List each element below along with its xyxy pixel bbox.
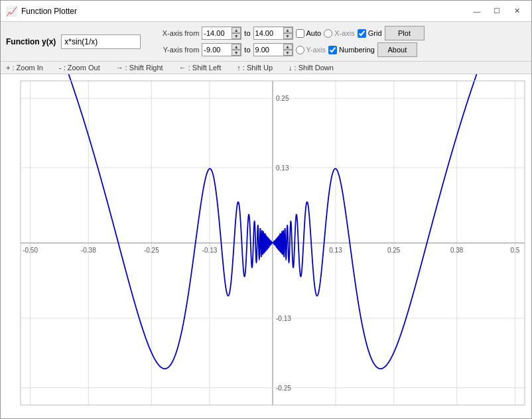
yaxis-to-label: to: [244, 46, 250, 54]
minimize-button[interactable]: —: [468, 4, 486, 19]
svg-text:0.13: 0.13: [276, 164, 289, 172]
svg-text:0.25: 0.25: [387, 247, 401, 254]
about-button[interactable]: About: [377, 42, 417, 57]
grid-label: Grid: [368, 29, 382, 37]
xaxis-from-arrows: ▲ ▼: [232, 27, 241, 39]
auto-checkbox[interactable]: [296, 29, 304, 38]
shortcut-shift-right: → : Shift Right: [116, 64, 163, 72]
xaxis-from-up[interactable]: ▲: [232, 27, 241, 33]
app-icon: 📈: [6, 6, 17, 17]
xaxis-row: X-axis from ▲ ▼ to ▲ ▼: [151, 26, 424, 40]
yaxis-radio-text: Y-axis: [306, 46, 326, 54]
yaxis-to-spinbox[interactable]: ▲ ▼: [253, 43, 293, 56]
auto-label: Auto: [306, 29, 322, 37]
close-button[interactable]: ✕: [507, 4, 526, 19]
yaxis-to-up[interactable]: ▲: [283, 44, 293, 50]
xaxis-to-spinbox[interactable]: ▲ ▼: [253, 27, 293, 40]
main-window: 📈 Function Plotter — ☐ ✕ Function y(x) X…: [0, 0, 532, 419]
svg-text:-0.25: -0.25: [276, 385, 291, 392]
yaxis-from-input[interactable]: [204, 46, 233, 54]
numbering-checkbox-label[interactable]: Numbering: [328, 46, 375, 54]
svg-text:-0.25: -0.25: [144, 247, 159, 254]
xaxis-to-up[interactable]: ▲: [283, 27, 293, 33]
xaxis-to-input[interactable]: [255, 29, 285, 37]
shortcuts-bar: + : Zoom In - : Zoom Out → : Shift Right…: [1, 62, 531, 74]
shortcut-shift-left: ← : Shift Left: [179, 64, 222, 72]
toolbar: Function y(x) X-axis from ▲ ▼ to ▲: [1, 22, 531, 62]
svg-text:0.25: 0.25: [276, 95, 289, 102]
auto-checkbox-label[interactable]: Auto: [296, 29, 322, 38]
xaxis-from-spinbox[interactable]: ▲ ▼: [202, 27, 241, 40]
maximize-button[interactable]: ☐: [488, 4, 506, 19]
yaxis-row: Y-axis from ▲ ▼ to ▲ ▼: [151, 42, 424, 57]
yaxis-to-input[interactable]: [255, 46, 285, 54]
shortcut-zoom-out: - : Zoom Out: [59, 64, 100, 72]
svg-text:-0.38: -0.38: [81, 247, 96, 254]
yaxis-from-down[interactable]: ▼: [232, 50, 241, 56]
function-label: Function y(x): [6, 37, 56, 46]
yaxis-from-up[interactable]: ▲: [232, 44, 241, 50]
yaxis-to-down[interactable]: ▼: [283, 50, 293, 56]
numbering-label: Numbering: [339, 46, 375, 54]
svg-text:0.13: 0.13: [329, 247, 342, 254]
yaxis-label: Y-axis from: [151, 46, 199, 54]
title-bar-left: 📈 Function Plotter: [6, 6, 77, 17]
yaxis-from-arrows: ▲ ▼: [232, 44, 241, 56]
plot-svg: -0.50-0.38-0.25-0.130.130.250.380.5-0.25…: [1, 74, 531, 418]
xaxis-radio[interactable]: [324, 29, 332, 38]
yaxis-radio[interactable]: [296, 46, 304, 54]
yaxis-from-spinbox[interactable]: ▲ ▼: [202, 43, 241, 56]
xaxis-label: X-axis from: [151, 29, 199, 37]
window-controls: — ☐ ✕: [468, 4, 526, 19]
plot-area[interactable]: -0.50-0.38-0.25-0.130.130.250.380.5-0.25…: [1, 74, 531, 418]
svg-text:0.38: 0.38: [450, 247, 464, 254]
xaxis-to-down[interactable]: ▼: [283, 33, 293, 39]
title-bar: 📈 Function Plotter — ☐ ✕: [1, 1, 531, 22]
axis-controls: X-axis from ▲ ▼ to ▲ ▼: [151, 26, 424, 57]
yaxis-radio-label[interactable]: Y-axis: [296, 46, 326, 54]
function-input[interactable]: [61, 34, 141, 49]
xaxis-to-label: to: [244, 29, 250, 37]
shortcut-shift-down: ↓ : Shift Down: [289, 64, 334, 72]
yaxis-to-arrows: ▲ ▼: [283, 44, 293, 56]
xaxis-from-down[interactable]: ▼: [232, 33, 241, 39]
xaxis-from-input[interactable]: [204, 29, 233, 37]
xaxis-to-arrows: ▲ ▼: [283, 27, 293, 39]
numbering-checkbox[interactable]: [328, 46, 337, 54]
window-title: Function Plotter: [21, 7, 77, 16]
xaxis-radio-text: X-axis: [334, 29, 355, 37]
shortcut-zoom-in: + : Zoom In: [6, 64, 43, 72]
xaxis-radio-label[interactable]: X-axis: [324, 29, 355, 38]
grid-checkbox[interactable]: [358, 29, 366, 38]
svg-text:-0.50: -0.50: [23, 247, 38, 254]
plot-button[interactable]: Plot: [385, 26, 425, 40]
shortcut-shift-up: ↑ : Shift Up: [237, 64, 273, 72]
svg-text:-0.13: -0.13: [276, 315, 291, 322]
svg-text:-0.13: -0.13: [202, 247, 218, 254]
grid-checkbox-label[interactable]: Grid: [358, 29, 382, 38]
svg-text:0.5: 0.5: [510, 247, 519, 254]
